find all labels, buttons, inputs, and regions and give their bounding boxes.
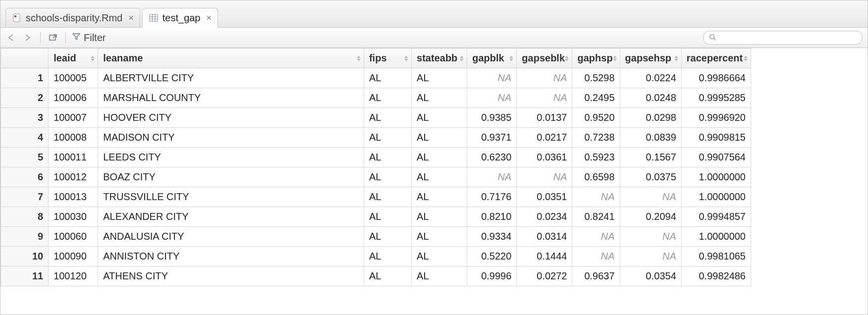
cell-gaphsp[interactable]: 0.2495 <box>572 88 620 108</box>
row-number[interactable]: 3 <box>1 108 49 128</box>
cell-gapsehsp[interactable]: 0.0248 <box>620 88 681 108</box>
row-number[interactable]: 7 <box>1 187 49 207</box>
sort-icon[interactable] <box>565 55 569 61</box>
sort-icon[interactable] <box>460 55 464 61</box>
cell-gapseblk[interactable]: 0.0314 <box>517 227 572 247</box>
sort-icon[interactable] <box>509 55 513 61</box>
cell-fips[interactable]: AL <box>364 148 411 167</box>
cell-gaphsp[interactable]: 0.5298 <box>572 68 620 88</box>
table-row[interactable]: 9100060ANDALUSIA CITYALAL0.93340.0314NAN… <box>1 227 751 247</box>
cell-gapblk[interactable]: 0.9385 <box>467 108 517 128</box>
cell-gapblk[interactable]: 0.8210 <box>467 207 517 227</box>
col-stateabb[interactable]: stateabb <box>412 49 467 68</box>
cell-gaphsp[interactable]: 0.8241 <box>572 207 620 227</box>
cell-gapsehsp[interactable]: 0.0224 <box>620 68 681 88</box>
cell-gapblk[interactable]: NA <box>467 88 517 108</box>
cell-stateabb[interactable]: AL <box>412 167 467 187</box>
cell-gapsehsp[interactable]: 0.0839 <box>620 128 681 148</box>
cell-gapblk[interactable]: NA <box>467 167 517 187</box>
tab-test-gap[interactable]: test_gap × <box>142 8 218 28</box>
cell-gaphsp[interactable]: 0.7238 <box>572 128 620 148</box>
sort-icon[interactable] <box>744 55 748 61</box>
cell-gapseblk[interactable]: 0.0272 <box>517 266 572 286</box>
cell-gapseblk[interactable]: NA <box>517 68 572 88</box>
cell-leaname[interactable]: ANNISTON CITY <box>98 247 364 266</box>
cell-fips[interactable]: AL <box>364 207 411 227</box>
cell-gaphsp[interactable]: 0.5923 <box>572 148 620 167</box>
cell-leaid[interactable]: 100060 <box>49 227 98 247</box>
cell-stateabb[interactable]: AL <box>412 128 467 148</box>
cell-leaid[interactable]: 100007 <box>49 108 98 128</box>
sort-icon[interactable] <box>357 55 361 61</box>
cell-fips[interactable]: AL <box>364 68 411 88</box>
cell-fips[interactable]: AL <box>364 88 411 108</box>
table-row[interactable]: 10100090ANNISTON CITYALAL0.52200.1444NAN… <box>1 247 751 266</box>
cell-stateabb[interactable]: AL <box>412 187 467 207</box>
cell-gapseblk[interactable]: 0.0361 <box>517 148 572 167</box>
cell-racepercent[interactable]: 0.9996920 <box>681 108 751 128</box>
cell-gapblk[interactable]: 0.7176 <box>467 187 517 207</box>
col-fips[interactable]: fips <box>364 49 411 68</box>
sort-icon[interactable] <box>91 55 95 61</box>
cell-leaid[interactable]: 100120 <box>49 266 98 286</box>
cell-racepercent[interactable]: 0.9986664 <box>681 68 751 88</box>
row-number[interactable]: 1 <box>1 68 49 88</box>
cell-stateabb[interactable]: AL <box>412 227 467 247</box>
cell-fips[interactable]: AL <box>364 187 411 207</box>
row-number[interactable]: 4 <box>1 128 49 148</box>
cell-stateabb[interactable]: AL <box>412 108 467 128</box>
table-row[interactable]: 2100006MARSHALL COUNTYALALNANA0.24950.02… <box>1 88 751 108</box>
cell-gapseblk[interactable]: 0.0234 <box>517 207 572 227</box>
cell-leaname[interactable]: HOOVER CITY <box>98 108 364 128</box>
cell-gapsehsp[interactable]: NA <box>620 187 681 207</box>
cell-gaphsp[interactable]: 0.6598 <box>572 167 620 187</box>
cell-gapblk[interactable]: 0.6230 <box>467 148 517 167</box>
cell-gapseblk[interactable]: 0.0351 <box>517 187 572 207</box>
cell-racepercent[interactable]: 1.0000000 <box>681 227 751 247</box>
col-gaphsp[interactable]: gaphsp <box>572 49 620 68</box>
cell-gaphsp[interactable]: NA <box>572 227 620 247</box>
col-leaname[interactable]: leaname <box>98 49 364 68</box>
table-row[interactable]: 6100012BOAZ CITYALALNANA0.65980.03751.00… <box>1 167 751 187</box>
cell-gapsehsp[interactable]: 0.0375 <box>620 167 681 187</box>
close-icon[interactable]: × <box>207 13 212 23</box>
cell-gapsehsp[interactable]: 0.1567 <box>620 148 681 167</box>
cell-fips[interactable]: AL <box>364 227 411 247</box>
cell-racepercent[interactable]: 1.0000000 <box>681 167 751 187</box>
row-number[interactable]: 11 <box>1 266 49 286</box>
cell-leaid[interactable]: 100008 <box>49 128 98 148</box>
row-number[interactable]: 6 <box>1 167 49 187</box>
cell-racepercent[interactable]: 0.9909815 <box>681 128 751 148</box>
cell-leaid[interactable]: 100030 <box>49 207 98 227</box>
col-gapblk[interactable]: gapblk <box>467 49 517 68</box>
sort-icon[interactable] <box>613 55 617 61</box>
cell-leaname[interactable]: MARSHALL COUNTY <box>98 88 364 108</box>
row-number[interactable]: 9 <box>1 227 49 247</box>
cell-gapseblk[interactable]: 0.0137 <box>517 108 572 128</box>
cell-leaid[interactable]: 100011 <box>49 148 98 167</box>
cell-leaname[interactable]: ATHENS CITY <box>98 266 364 286</box>
cell-leaid[interactable]: 100013 <box>49 187 98 207</box>
col-leaid[interactable]: leaid <box>49 49 98 68</box>
search-input[interactable] <box>719 32 857 44</box>
col-racepercent[interactable]: racepercent <box>681 49 751 68</box>
cell-racepercent[interactable]: 0.9907564 <box>681 148 751 167</box>
cell-leaid[interactable]: 100090 <box>49 247 98 266</box>
cell-leaid[interactable]: 100005 <box>49 68 98 88</box>
col-gapsehsp[interactable]: gapsehsp <box>620 49 681 68</box>
nav-forward-button[interactable] <box>21 32 34 43</box>
cell-gapsehsp[interactable]: 0.0298 <box>620 108 681 128</box>
cell-gapsehsp[interactable]: 0.2094 <box>620 207 681 227</box>
cell-gapseblk[interactable]: NA <box>517 88 572 108</box>
row-number[interactable]: 5 <box>1 148 49 167</box>
cell-gapblk[interactable]: 0.5220 <box>467 247 517 266</box>
table-row[interactable]: 8100030ALEXANDER CITYALAL0.82100.02340.8… <box>1 207 751 227</box>
cell-fips[interactable]: AL <box>364 266 411 286</box>
cell-gaphsp[interactable]: 0.9637 <box>572 266 620 286</box>
cell-gapsehsp[interactable]: NA <box>620 227 681 247</box>
table-row[interactable]: 1100005ALBERTVILLE CITYALALNANA0.52980.0… <box>1 68 751 88</box>
cell-racepercent[interactable]: 0.9981065 <box>681 247 751 266</box>
cell-leaname[interactable]: ALEXANDER CITY <box>98 207 364 227</box>
cell-fips[interactable]: AL <box>364 128 411 148</box>
cell-leaname[interactable]: MADISON CITY <box>98 128 364 148</box>
